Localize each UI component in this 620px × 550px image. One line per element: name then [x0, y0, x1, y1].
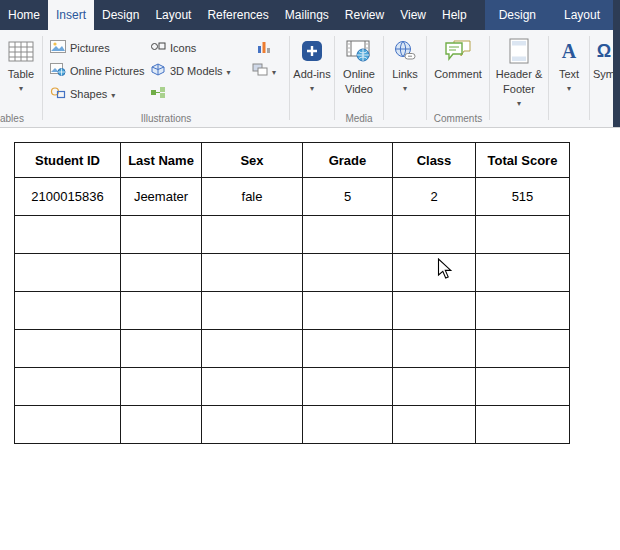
tab-layout[interactable]: Layout [147, 0, 199, 30]
table-cell[interactable] [202, 330, 303, 368]
table-cell[interactable]: fale [202, 178, 303, 216]
text-button[interactable]: A Text [549, 30, 589, 93]
chevron-down-icon [517, 96, 521, 108]
icons-label: Icons [170, 42, 196, 54]
comments-group: Comment Comments [427, 30, 489, 127]
contextual-tab-design[interactable]: Design [485, 0, 550, 30]
table-cell[interactable] [303, 330, 393, 368]
table-button[interactable]: Table [0, 30, 42, 93]
tab-references[interactable]: References [199, 0, 276, 30]
ribbon-tab-bar: Home Insert Design Layout References Mai… [0, 0, 620, 30]
comment-button[interactable]: Comment [427, 30, 489, 81]
online-pictures-button[interactable]: Online Pictures [47, 59, 147, 82]
table-cell[interactable] [476, 330, 570, 368]
table-cell[interactable] [202, 216, 303, 254]
table-cell[interactable]: 5 [303, 178, 393, 216]
table-cell[interactable] [202, 254, 303, 292]
word-window: Home Insert Design Layout References Mai… [0, 0, 620, 550]
table-cell[interactable] [121, 216, 202, 254]
table-cell[interactable] [15, 216, 121, 254]
3d-models-button[interactable]: 3D Models [147, 59, 243, 82]
table-cell[interactable] [202, 292, 303, 330]
table-cell[interactable] [121, 292, 202, 330]
table-cell[interactable] [15, 292, 121, 330]
screenshot-button[interactable] [249, 59, 279, 82]
table-cell[interactable] [15, 330, 121, 368]
table-cell[interactable] [393, 254, 476, 292]
text-label: Text [559, 68, 579, 81]
table-cell[interactable] [121, 368, 202, 406]
online-video-icon [346, 36, 372, 66]
table-cell[interactable] [476, 406, 570, 444]
table-cell[interactable]: Jeemater [121, 178, 202, 216]
symbols-icon: Ω [597, 36, 611, 66]
tab-insert[interactable]: Insert [48, 0, 94, 30]
tab-mailings[interactable]: Mailings [277, 0, 337, 30]
table-cell[interactable] [15, 368, 121, 406]
table-cell[interactable] [303, 292, 393, 330]
shapes-icon [50, 86, 66, 101]
shapes-label: Shapes [70, 88, 107, 100]
table-cell[interactable] [393, 216, 476, 254]
table-cell[interactable] [476, 254, 570, 292]
add-ins-label: Add-ins [293, 68, 330, 81]
table-cell[interactable] [393, 330, 476, 368]
tab-review[interactable]: Review [337, 0, 392, 30]
chevron-down-icon [272, 65, 276, 77]
table-cell[interactable] [15, 406, 121, 444]
document-area: Student IDLast NameSexGradeClassTotal Sc… [0, 128, 620, 550]
links-button[interactable]: Links [384, 30, 426, 93]
table-header-row: Student IDLast NameSexGradeClassTotal Sc… [15, 143, 570, 178]
table-cell[interactable] [303, 254, 393, 292]
table-cell[interactable] [121, 330, 202, 368]
media-group-label: Media [335, 113, 383, 124]
illustrations-group: Pictures Online Pictures Shapes [43, 30, 289, 127]
tab-design[interactable]: Design [94, 0, 147, 30]
pictures-button[interactable]: Pictures [47, 36, 147, 59]
table-cell[interactable] [303, 368, 393, 406]
table-cell[interactable] [15, 254, 121, 292]
table-cell[interactable] [393, 406, 476, 444]
comment-icon [444, 36, 472, 66]
3d-models-icon [150, 63, 166, 78]
shapes-button[interactable]: Shapes [47, 82, 147, 105]
table-cell[interactable] [476, 292, 570, 330]
table-cell[interactable] [202, 406, 303, 444]
table-cell[interactable] [121, 254, 202, 292]
links-group: Links [384, 30, 426, 127]
tab-view[interactable]: View [392, 0, 434, 30]
doc-table: Student IDLast NameSexGradeClassTotal Sc… [14, 142, 570, 444]
table-header-cell[interactable]: Student ID [15, 143, 121, 178]
table-cell[interactable] [303, 216, 393, 254]
table-header-cell[interactable]: Grade [303, 143, 393, 178]
table-cell[interactable] [303, 406, 393, 444]
icons-button[interactable]: Icons [147, 36, 243, 59]
3d-models-label: 3D Models [170, 65, 223, 77]
table-row [15, 368, 570, 406]
tables-group: Table ables [0, 30, 42, 127]
contextual-tab-layout[interactable]: Layout [550, 0, 614, 30]
table-cell[interactable] [476, 368, 570, 406]
chart-button[interactable] [253, 36, 275, 59]
table-cell[interactable]: 515 [476, 178, 570, 216]
tab-help[interactable]: Help [434, 0, 475, 30]
table-cell[interactable] [476, 216, 570, 254]
online-video-button[interactable]: Online Video [335, 30, 383, 96]
tab-home[interactable]: Home [0, 0, 48, 30]
table-header-cell[interactable]: Last Name [121, 143, 202, 178]
text-icon: A [562, 36, 576, 66]
smartart-button[interactable] [147, 82, 243, 105]
table-header-cell[interactable]: Class [393, 143, 476, 178]
table-header-cell[interactable]: Sex [202, 143, 303, 178]
table-cell[interactable]: 2 [393, 178, 476, 216]
table-header-cell[interactable]: Total Score [476, 143, 570, 178]
screenshot-icon [252, 63, 268, 78]
table-cell[interactable] [393, 368, 476, 406]
table-cell[interactable] [121, 406, 202, 444]
table-cell[interactable] [393, 292, 476, 330]
header-footer-button[interactable]: Header & Footer [490, 30, 548, 108]
table-button-label: Table [8, 68, 34, 81]
table-cell[interactable] [202, 368, 303, 406]
add-ins-button[interactable]: Add-ins [290, 30, 334, 93]
table-cell[interactable]: 2100015836 [15, 178, 121, 216]
